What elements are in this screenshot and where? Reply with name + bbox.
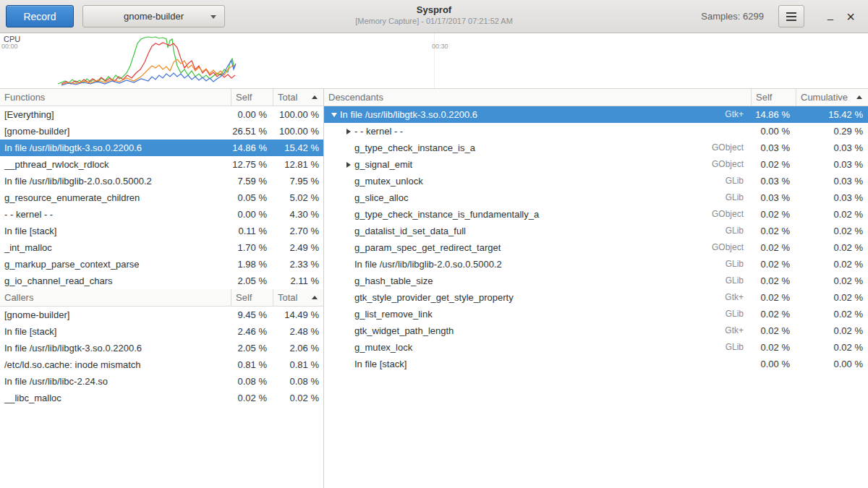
tree-row[interactable]: In file [stack]0.00 %0.00 % xyxy=(324,356,868,372)
table-row[interactable]: [gnome-builder]26.51 %100.00 % xyxy=(0,123,323,140)
function-name-cell: /etc/ld.so.cache: inode mismatch xyxy=(0,356,231,373)
table-row[interactable]: In file [stack]2.46 %2.48 % xyxy=(0,323,323,340)
close-button[interactable]: × xyxy=(841,5,861,27)
tree-row[interactable]: g_signal_emitGObject0.02 %0.03 % xyxy=(324,156,868,173)
table-row[interactable]: /etc/ld.so.cache: inode mismatch0.81 %0.… xyxy=(0,356,323,373)
tree-row[interactable]: In file /usr/lib/libglib-2.0.so.0.5000.2… xyxy=(324,256,868,273)
total-percent-cell: 14.49 % xyxy=(273,307,323,323)
total-percent-cell: 5.02 % xyxy=(273,189,323,206)
library-tag: GLib xyxy=(726,256,751,273)
self-percent-cell: 14.86 % xyxy=(751,106,796,123)
menu-button[interactable] xyxy=(778,5,804,27)
tree-row[interactable]: g_mutex_unlockGLib0.03 %0.03 % xyxy=(324,173,868,189)
callers-column-header[interactable]: Callers xyxy=(0,289,231,306)
self-percent-cell: 0.02 % xyxy=(751,322,796,339)
descendants-header-row: Descendants Self Cumulative xyxy=(324,89,868,106)
cumulative-percent-cell: 0.03 % xyxy=(796,140,868,156)
process-selector-label: gnome-builder xyxy=(124,11,184,22)
total-percent-cell: 2.33 % xyxy=(273,256,323,273)
function-name-label: In file /usr/lib/libglib-2.0.so.0.5000.2 xyxy=(354,256,502,273)
tree-row[interactable]: g_hash_table_sizeGLib0.02 %0.02 % xyxy=(324,273,868,289)
expander-closed-icon[interactable] xyxy=(343,162,354,168)
expander-closed-icon[interactable] xyxy=(343,129,354,134)
total-percent-cell: 0.08 % xyxy=(273,373,323,390)
self-percent-cell: 0.02 % xyxy=(751,223,796,239)
cumulative-percent-cell: 0.02 % xyxy=(796,339,868,356)
tree-row[interactable]: g_mutex_lockGLib0.02 %0.02 % xyxy=(324,339,868,356)
descendant-name-cell: g_hash_table_sizeGLib xyxy=(324,273,751,289)
tree-row[interactable]: - - kernel - -0.00 %0.29 % xyxy=(324,123,868,140)
function-name-cell: In file [stack] xyxy=(0,223,231,239)
functions-total-column-header[interactable]: Total xyxy=(273,89,323,106)
descendants-cumulative-column-header[interactable]: Cumulative xyxy=(796,89,868,106)
self-percent-cell: 2.46 % xyxy=(231,323,273,340)
cpu-timeline[interactable]: CPU 00:00 00:30 xyxy=(0,33,868,89)
descendant-name-cell: gtk_style_provider_get_style_propertyGtk… xyxy=(324,289,751,306)
tree-row[interactable]: g_type_check_instance_is_aGObject0.03 %0… xyxy=(324,140,868,156)
self-percent-cell: 0.05 % xyxy=(231,189,273,206)
tree-row[interactable]: g_list_remove_linkGLib0.02 %0.02 % xyxy=(324,306,868,322)
total-percent-cell: 4.30 % xyxy=(273,206,323,223)
function-name-cell: In file /usr/lib/libgtk-3.so.0.2200.6 xyxy=(0,140,231,156)
self-percent-cell: 0.81 % xyxy=(231,356,273,373)
table-row[interactable]: g_markup_parse_context_parse1.98 %2.33 % xyxy=(0,256,323,273)
functions-column-header[interactable]: Functions xyxy=(0,89,231,106)
function-name-cell: In file /usr/lib/libglib-2.0.so.0.5000.2 xyxy=(0,173,231,189)
cumulative-percent-cell: 0.00 % xyxy=(796,356,868,372)
tree-row[interactable]: gtk_style_provider_get_style_propertyGtk… xyxy=(324,289,868,306)
tree-row[interactable]: g_type_check_instance_is_fundamentally_a… xyxy=(324,206,868,223)
cumulative-percent-cell: 0.03 % xyxy=(796,173,868,189)
self-percent-cell: 2.05 % xyxy=(231,340,273,356)
tree-row[interactable]: g_slice_allocGLib0.03 %0.03 % xyxy=(324,189,868,206)
cumulative-percent-cell: 0.02 % xyxy=(796,273,868,289)
descendant-name-cell: g_slice_allocGLib xyxy=(324,189,751,206)
function-name-label: g_mutex_lock xyxy=(354,339,412,356)
table-row[interactable]: __pthread_rwlock_rdlock12.75 %12.81 % xyxy=(0,156,323,173)
table-row[interactable]: - - kernel - -0.00 %4.30 % xyxy=(0,206,323,223)
callers-total-column-header[interactable]: Total xyxy=(273,289,323,306)
functions-total-label: Total xyxy=(278,92,297,103)
descendants-self-column-header[interactable]: Self xyxy=(751,89,796,106)
function-name-cell: g_markup_parse_context_parse xyxy=(0,256,231,273)
minimize-button[interactable]: – xyxy=(820,5,841,27)
callers-self-column-header[interactable]: Self xyxy=(231,289,273,306)
table-row[interactable]: g_resource_enumerate_children0.05 %5.02 … xyxy=(0,189,323,206)
descendant-name-cell: g_mutex_unlockGLib xyxy=(324,173,751,189)
library-tag: GLib xyxy=(726,189,751,206)
process-selector-dropdown[interactable]: gnome-builder xyxy=(82,5,225,27)
chevron-down-icon xyxy=(210,15,216,19)
table-row[interactable]: [gnome-builder]9.45 %14.49 % xyxy=(0,307,323,323)
table-row[interactable]: In file /usr/lib/libgtk-3.so.0.2200.62.0… xyxy=(0,340,323,356)
table-row[interactable]: In file /usr/lib/libgtk-3.so.0.2200.614.… xyxy=(0,140,323,156)
table-row[interactable]: In file /usr/lib/libc-2.24.so0.08 %0.08 … xyxy=(0,373,323,390)
total-percent-cell: 2.70 % xyxy=(273,223,323,239)
table-row[interactable]: In file /usr/lib/libglib-2.0.so.0.5000.2… xyxy=(0,173,323,189)
tree-row[interactable]: g_param_spec_get_redirect_targetGObject0… xyxy=(324,239,868,256)
descendant-name-cell: g_type_check_instance_is_fundamentally_a… xyxy=(324,206,751,223)
table-row[interactable]: In file [stack]0.11 %2.70 % xyxy=(0,223,323,239)
descendants-column-header[interactable]: Descendants xyxy=(324,89,751,106)
descendant-name-cell: g_mutex_lockGLib xyxy=(324,339,751,356)
expander-open-icon[interactable] xyxy=(328,113,340,117)
table-row[interactable]: g_io_channel_read_chars2.05 %2.11 % xyxy=(0,273,323,289)
tree-row[interactable]: In file /usr/lib/libgtk-3.so.0.2200.6Gtk… xyxy=(324,106,868,123)
functions-self-column-header[interactable]: Self xyxy=(231,89,273,106)
function-name-cell: In file /usr/lib/libgtk-3.so.0.2200.6 xyxy=(0,340,231,356)
cumulative-percent-cell: 15.42 % xyxy=(796,106,868,123)
table-row[interactable]: [Everything]0.00 %100.00 % xyxy=(0,106,323,123)
total-percent-cell: 100.00 % xyxy=(273,123,323,140)
table-row[interactable]: _int_malloc1.70 %2.49 % xyxy=(0,239,323,256)
total-percent-cell: 0.81 % xyxy=(273,356,323,373)
record-button[interactable]: Record xyxy=(6,5,74,27)
tree-row[interactable]: gtk_widget_path_lengthGtk+0.02 %0.02 % xyxy=(324,322,868,339)
cumulative-percent-cell: 0.02 % xyxy=(796,289,868,306)
table-row[interactable]: __libc_malloc0.02 %0.02 % xyxy=(0,390,323,406)
cpu-usage-chart xyxy=(0,33,868,88)
self-percent-cell: 2.05 % xyxy=(231,273,273,289)
self-percent-cell: 0.03 % xyxy=(751,189,796,206)
function-name-label: In file /usr/lib/libgtk-3.so.0.2200.6 xyxy=(340,106,477,123)
tree-row[interactable]: g_datalist_id_set_data_fullGLib0.02 %0.0… xyxy=(324,223,868,239)
timeline-tick-mid: 00:30 xyxy=(432,43,448,50)
timeline-tick-start: 00:00 xyxy=(1,43,18,50)
function-name-label: In file [stack] xyxy=(354,356,407,372)
